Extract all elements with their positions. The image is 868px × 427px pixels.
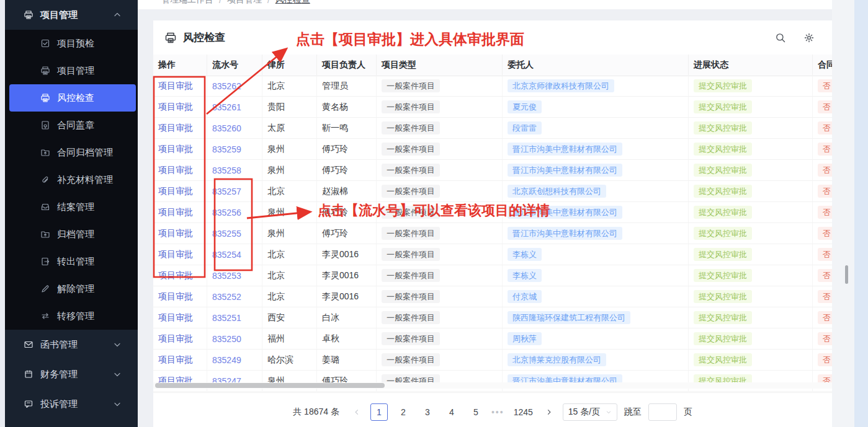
sidebar-group-collapsed-0[interactable]: 函书管理 xyxy=(5,330,138,359)
project-approve-link[interactable]: 项目审批 xyxy=(158,312,193,324)
sidebar-item-0[interactable]: 项目预检 xyxy=(9,30,136,57)
project-approve-link[interactable]: 项目审批 xyxy=(158,165,193,176)
page-button-3[interactable]: 3 xyxy=(419,403,436,421)
sidebar-item-5[interactable]: 补充材料管理 xyxy=(9,166,136,193)
serial-link[interactable]: 835250 xyxy=(212,334,241,344)
serial-link[interactable]: 835252 xyxy=(212,292,241,302)
page-button-last[interactable]: 1245 xyxy=(511,403,535,421)
jump-page-input[interactable] xyxy=(648,403,677,421)
sidebar-item-6[interactable]: 结案管理 xyxy=(9,193,136,221)
contract-badge: 否 xyxy=(818,227,832,240)
serial-link[interactable]: 835249 xyxy=(212,355,241,365)
project-approve-link[interactable]: 项目审批 xyxy=(158,186,193,197)
table-cell: 项目审批 xyxy=(153,265,207,286)
project-owner-cell: 傅巧玲 xyxy=(322,207,348,218)
project-approve-link[interactable]: 项目审批 xyxy=(158,228,193,239)
serial-link[interactable]: 835261 xyxy=(212,102,241,112)
page-button-2[interactable]: 2 xyxy=(395,403,412,421)
table-cell: 北京 xyxy=(262,244,317,265)
serial-link[interactable]: 835251 xyxy=(212,313,241,323)
law-firm-cell: 贵阳 xyxy=(267,102,285,113)
sidebar-item-9[interactable]: 解除管理 xyxy=(9,275,136,302)
table-cell: 否 xyxy=(813,307,832,328)
table-cell: 否 xyxy=(813,244,832,265)
serial-link[interactable]: 835253 xyxy=(212,271,241,281)
sidebar-item-2[interactable]: 风控检查 xyxy=(9,84,136,112)
breadcrumb: 管理端工作台 / 项目管理 / 风控检查 xyxy=(138,0,832,9)
sidebar-item-3[interactable]: 合同盖章 xyxy=(9,112,136,139)
column-header-1: 流水号 xyxy=(207,55,262,76)
sidebar-item-1[interactable]: 项目管理 xyxy=(9,57,136,84)
search-icon[interactable] xyxy=(775,32,786,43)
law-firm-cell: 北京 xyxy=(267,186,285,197)
table-cell: 835257 xyxy=(207,181,262,201)
page-button-1[interactable]: 1 xyxy=(370,403,388,421)
project-approve-link[interactable]: 项目审批 xyxy=(158,270,193,281)
table-cell: 项目审批 xyxy=(153,307,207,328)
breadcrumb-item-workbench[interactable]: 管理端工作台 xyxy=(161,0,213,6)
sidebar-group-project-management[interactable]: 项目管理 xyxy=(5,0,138,30)
table-cell: 晋江市沟美中意鞋材有限公司 xyxy=(503,202,689,222)
serial-link[interactable]: 835258 xyxy=(212,165,241,175)
column-header-6: 进展状态 xyxy=(689,55,813,76)
table-cell: 傅巧玲 xyxy=(317,223,377,244)
pagination-ellipsis[interactable]: ••• xyxy=(491,407,504,417)
project-approve-link[interactable]: 项目审批 xyxy=(158,123,193,134)
project-approve-link[interactable]: 项目审批 xyxy=(158,354,193,366)
sidebar-group-collapsed-1[interactable]: 财务管理 xyxy=(5,359,138,389)
contract-badge: 否 xyxy=(818,185,832,198)
table-cell: 项目审批 xyxy=(153,181,207,201)
law-firm-cell: 泉州 xyxy=(267,144,285,155)
project-approve-link[interactable]: 项目审批 xyxy=(158,102,193,113)
serial-link[interactable]: 835255 xyxy=(212,229,241,239)
breadcrumb-item-project-management[interactable]: 项目管理 xyxy=(227,0,262,6)
table-row: 项目审批835253北京李灵0016一般案件项目李栋义提交风控审批否 xyxy=(153,265,832,286)
chevron-right-icon[interactable] xyxy=(542,403,556,421)
sidebar-item-10[interactable]: 转移管理 xyxy=(9,302,136,330)
project-approve-link[interactable]: 项目审批 xyxy=(158,144,193,155)
project-approve-link[interactable]: 项目审批 xyxy=(158,81,193,92)
jump-suffix: 页 xyxy=(684,407,692,418)
page-button-4[interactable]: 4 xyxy=(443,403,460,421)
sidebar-item-7[interactable]: 归档管理 xyxy=(9,221,136,248)
table-cell: 否 xyxy=(813,350,832,370)
sidebar-group-collapsed-2[interactable]: 投诉管理 xyxy=(5,389,138,419)
jump-label: 跳至 xyxy=(624,407,642,418)
panel-header: 风控检查 xyxy=(153,20,832,55)
project-approve-link[interactable]: 项目审批 xyxy=(158,249,193,260)
client-badge: 李栋义 xyxy=(508,248,542,261)
table-cell: 否 xyxy=(813,76,832,96)
table-cell: 一般案件项目 xyxy=(377,223,503,244)
table-cell: 否 xyxy=(813,286,832,307)
horizontal-scrollbar-track[interactable] xyxy=(153,382,832,389)
sidebar-item-4[interactable]: 合同归档管理 xyxy=(9,139,136,166)
client-badge: 夏元俊 xyxy=(508,100,542,113)
gear-icon[interactable] xyxy=(803,32,815,43)
page-size-select[interactable]: 15 条/页 xyxy=(563,403,617,421)
breadcrumb-item-current[interactable]: 风控检查 xyxy=(275,0,310,6)
status-badge: 提交风控审批 xyxy=(694,79,752,92)
column-header-4: 项目类型 xyxy=(377,55,503,76)
horizontal-scrollbar-thumb[interactable] xyxy=(155,383,385,388)
project-type-badge: 一般案件项目 xyxy=(382,311,440,324)
serial-link[interactable]: 835257 xyxy=(212,187,241,196)
sidebar-item-8[interactable]: 转出管理 xyxy=(9,248,136,275)
project-approve-link[interactable]: 项目审批 xyxy=(158,333,193,345)
vertical-scrollbar-thumb[interactable] xyxy=(845,265,848,284)
page-button-5[interactable]: 5 xyxy=(467,403,485,421)
project-approve-link[interactable]: 项目审批 xyxy=(158,291,193,302)
project-approve-link[interactable]: 项目审批 xyxy=(158,207,193,218)
table-cell: 835260 xyxy=(207,118,262,138)
serial-link[interactable]: 835259 xyxy=(212,144,241,154)
column-header-5: 委托人 xyxy=(503,55,689,76)
serial-link[interactable]: 835256 xyxy=(212,208,241,218)
table-cell: 项目审批 xyxy=(153,160,207,180)
serial-link[interactable]: 835254 xyxy=(212,250,241,260)
law-firm-cell: 泉州 xyxy=(267,165,285,176)
serial-link[interactable]: 835262 xyxy=(212,81,241,91)
table-cell: 提交风控审批 xyxy=(689,244,813,265)
paperclip-icon xyxy=(40,175,50,185)
serial-link[interactable]: 835260 xyxy=(212,123,241,133)
chevron-left-icon[interactable] xyxy=(350,403,364,421)
table-cell: 福州 xyxy=(262,328,317,349)
